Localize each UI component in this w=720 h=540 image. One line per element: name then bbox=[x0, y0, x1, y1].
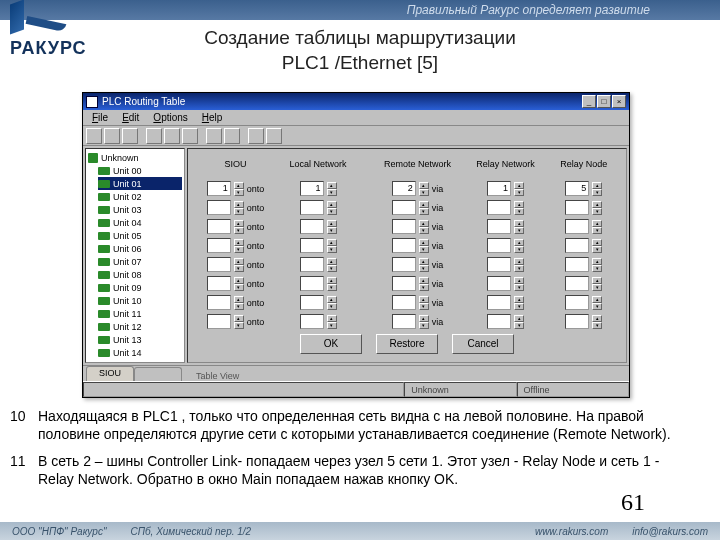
spin-input[interactable] bbox=[207, 276, 231, 291]
spin-down-icon[interactable]: ▾ bbox=[327, 189, 337, 196]
spin-input[interactable] bbox=[565, 219, 589, 234]
spin-buttons[interactable]: ▴▾ bbox=[592, 239, 602, 253]
spin-up-icon[interactable]: ▴ bbox=[514, 239, 524, 246]
tree-item[interactable]: Unit 15 bbox=[98, 359, 182, 363]
spin-down-icon[interactable]: ▾ bbox=[234, 303, 244, 310]
restore-button[interactable]: Restore bbox=[376, 334, 438, 354]
spin-up-icon[interactable]: ▴ bbox=[419, 277, 429, 284]
spin-up-icon[interactable]: ▴ bbox=[234, 201, 244, 208]
spin-buttons[interactable]: ▴▾ bbox=[234, 296, 244, 310]
spin-input[interactable] bbox=[300, 295, 324, 310]
spin-input[interactable] bbox=[565, 314, 589, 329]
spin-up-icon[interactable]: ▴ bbox=[234, 315, 244, 322]
spin-up-icon[interactable]: ▴ bbox=[419, 220, 429, 227]
spin-buttons[interactable]: ▴▾ bbox=[327, 239, 337, 253]
spin-down-icon[interactable]: ▾ bbox=[327, 322, 337, 329]
spin-buttons[interactable]: ▴▾ bbox=[592, 277, 602, 291]
spin-up-icon[interactable]: ▴ bbox=[419, 315, 429, 322]
spin-input[interactable] bbox=[487, 257, 511, 272]
spin-buttons[interactable]: ▴▾ bbox=[592, 182, 602, 196]
tree-item[interactable]: Unit 03 bbox=[98, 203, 182, 216]
spin-up-icon[interactable]: ▴ bbox=[234, 182, 244, 189]
spin-input[interactable] bbox=[300, 314, 324, 329]
spin-down-icon[interactable]: ▾ bbox=[234, 208, 244, 215]
spin-down-icon[interactable]: ▾ bbox=[419, 189, 429, 196]
spin-up-icon[interactable]: ▴ bbox=[234, 220, 244, 227]
tree-item[interactable]: Unit 01 bbox=[98, 177, 182, 190]
toolbar-button[interactable] bbox=[164, 128, 180, 144]
spin-buttons[interactable]: ▴▾ bbox=[592, 201, 602, 215]
spin-down-icon[interactable]: ▾ bbox=[514, 322, 524, 329]
spin-buttons[interactable]: ▴▾ bbox=[419, 182, 429, 196]
spin-up-icon[interactable]: ▴ bbox=[419, 201, 429, 208]
spin-input[interactable] bbox=[392, 257, 416, 272]
spin-buttons[interactable]: ▴▾ bbox=[514, 182, 524, 196]
spin-input[interactable]: 1 bbox=[300, 181, 324, 196]
spin-input[interactable]: 5 bbox=[565, 181, 589, 196]
spin-down-icon[interactable]: ▾ bbox=[514, 189, 524, 196]
spin-buttons[interactable]: ▴▾ bbox=[327, 296, 337, 310]
spin-input[interactable] bbox=[300, 276, 324, 291]
spin-buttons[interactable]: ▴▾ bbox=[592, 296, 602, 310]
spin-down-icon[interactable]: ▾ bbox=[592, 322, 602, 329]
ok-button[interactable]: OK bbox=[300, 334, 362, 354]
spin-up-icon[interactable]: ▴ bbox=[514, 258, 524, 265]
tree-item[interactable]: Unit 04 bbox=[98, 216, 182, 229]
spin-up-icon[interactable]: ▴ bbox=[327, 258, 337, 265]
tab-siou[interactable]: SIOU bbox=[86, 366, 134, 381]
spin-up-icon[interactable]: ▴ bbox=[514, 296, 524, 303]
spin-input[interactable] bbox=[565, 257, 589, 272]
spin-up-icon[interactable]: ▴ bbox=[327, 239, 337, 246]
title-bar[interactable]: PLC Routing Table _ □ × bbox=[83, 93, 629, 110]
spin-input[interactable] bbox=[565, 276, 589, 291]
spin-up-icon[interactable]: ▴ bbox=[327, 182, 337, 189]
menu-help[interactable]: Help bbox=[196, 111, 229, 124]
spin-buttons[interactable]: ▴▾ bbox=[327, 258, 337, 272]
tree-view[interactable]: Unknown Unit 00Unit 01Unit 02Unit 03Unit… bbox=[85, 148, 185, 363]
spin-buttons[interactable]: ▴▾ bbox=[419, 296, 429, 310]
spin-buttons[interactable]: ▴▾ bbox=[514, 201, 524, 215]
spin-input[interactable] bbox=[207, 257, 231, 272]
spin-input[interactable] bbox=[565, 295, 589, 310]
spin-input[interactable] bbox=[487, 314, 511, 329]
spin-input[interactable] bbox=[392, 200, 416, 215]
spin-input[interactable] bbox=[300, 200, 324, 215]
spin-down-icon[interactable]: ▾ bbox=[592, 265, 602, 272]
tree-item[interactable]: Unit 09 bbox=[98, 281, 182, 294]
spin-up-icon[interactable]: ▴ bbox=[514, 220, 524, 227]
spin-buttons[interactable]: ▴▾ bbox=[514, 277, 524, 291]
tree-item[interactable]: Unit 02 bbox=[98, 190, 182, 203]
spin-down-icon[interactable]: ▾ bbox=[592, 303, 602, 310]
tree-item[interactable]: Unit 05 bbox=[98, 229, 182, 242]
spin-up-icon[interactable]: ▴ bbox=[514, 315, 524, 322]
spin-down-icon[interactable]: ▾ bbox=[592, 284, 602, 291]
spin-input[interactable] bbox=[487, 238, 511, 253]
spin-down-icon[interactable]: ▾ bbox=[592, 189, 602, 196]
spin-buttons[interactable]: ▴▾ bbox=[234, 258, 244, 272]
cancel-button[interactable]: Cancel bbox=[452, 334, 514, 354]
spin-buttons[interactable]: ▴▾ bbox=[327, 201, 337, 215]
spin-down-icon[interactable]: ▾ bbox=[419, 227, 429, 234]
spin-down-icon[interactable]: ▾ bbox=[234, 246, 244, 253]
tree-root[interactable]: Unknown bbox=[88, 151, 182, 164]
tree-item[interactable]: Unit 11 bbox=[98, 307, 182, 320]
spin-buttons[interactable]: ▴▾ bbox=[419, 277, 429, 291]
spin-buttons[interactable]: ▴▾ bbox=[514, 258, 524, 272]
spin-down-icon[interactable]: ▾ bbox=[514, 284, 524, 291]
spin-input[interactable] bbox=[207, 200, 231, 215]
spin-up-icon[interactable]: ▴ bbox=[234, 258, 244, 265]
spin-up-icon[interactable]: ▴ bbox=[419, 239, 429, 246]
toolbar-button[interactable] bbox=[206, 128, 222, 144]
spin-input[interactable] bbox=[565, 238, 589, 253]
spin-up-icon[interactable]: ▴ bbox=[327, 315, 337, 322]
spin-up-icon[interactable]: ▴ bbox=[419, 182, 429, 189]
spin-up-icon[interactable]: ▴ bbox=[327, 296, 337, 303]
spin-input[interactable]: 1 bbox=[487, 181, 511, 196]
spin-down-icon[interactable]: ▾ bbox=[234, 189, 244, 196]
spin-down-icon[interactable]: ▾ bbox=[514, 246, 524, 253]
spin-up-icon[interactable]: ▴ bbox=[514, 201, 524, 208]
spin-input[interactable] bbox=[392, 238, 416, 253]
toolbar-button[interactable] bbox=[248, 128, 264, 144]
spin-down-icon[interactable]: ▾ bbox=[327, 284, 337, 291]
toolbar-button[interactable] bbox=[104, 128, 120, 144]
